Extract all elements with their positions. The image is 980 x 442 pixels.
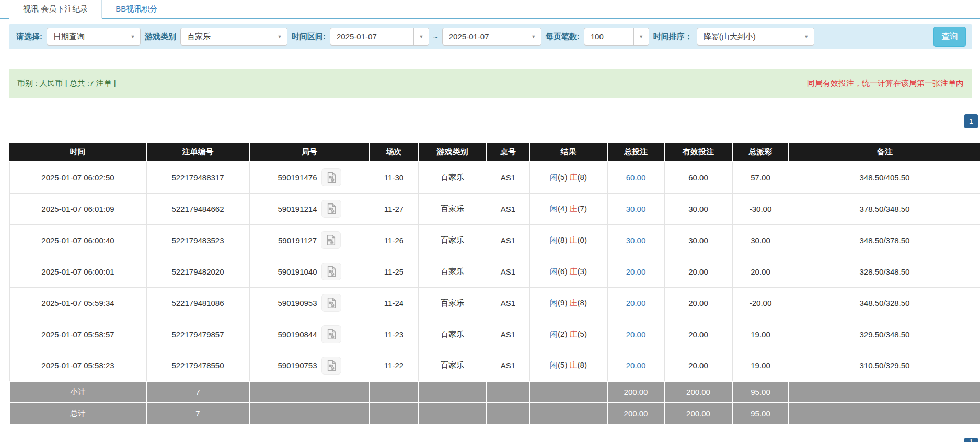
- total-bet-link[interactable]: 20.00: [626, 361, 646, 370]
- cell-game-type: 百家乐: [418, 162, 487, 193]
- time-sort-select[interactable]: 降幂(由大到小) ▼: [697, 28, 814, 46]
- video-replay-button[interactable]: [321, 294, 341, 312]
- cell-table-no: AS1: [487, 287, 529, 319]
- video-replay-button[interactable]: [321, 325, 341, 343]
- cell-game-type: 百家乐: [418, 256, 487, 287]
- time-sort-value: 降幂(由大到小): [697, 28, 799, 45]
- date-to-value: 2025-01-07: [443, 28, 526, 45]
- chevron-down-icon: ▼: [413, 28, 429, 45]
- total-bet-link[interactable]: 30.00: [626, 205, 646, 213]
- video-replay-icon: [326, 360, 337, 371]
- query-type-value: 日期查询: [47, 28, 125, 45]
- video-replay-icon: [326, 203, 337, 214]
- query-type-select[interactable]: 日期查询 ▼: [47, 28, 141, 46]
- video-replay-button[interactable]: [321, 357, 341, 375]
- cell-game-type: 百家乐: [418, 224, 487, 256]
- cell-session: 11-25: [370, 256, 418, 287]
- cell-time: 2025-01-07 06:01:09: [9, 193, 146, 224]
- subtotal-row-cell-6: [529, 381, 607, 403]
- cell-result: 闲(6) 庄(3): [529, 256, 607, 287]
- date-from-select[interactable]: 2025-01-07 ▼: [330, 28, 429, 46]
- total-bet-link[interactable]: 20.00: [626, 267, 646, 276]
- cell-payout: -20.00: [732, 287, 789, 319]
- pagination-page-1-bottom[interactable]: 1: [964, 438, 978, 442]
- cell-valid-bet: 20.00: [664, 350, 732, 381]
- cell-valid-bet: 30.00: [664, 193, 732, 224]
- total-row-cell-8: 200.00: [664, 403, 732, 424]
- subtotal-row-cell-5: [487, 381, 529, 403]
- time-range-label: 时间区间:: [292, 32, 326, 42]
- table-row: 2025-01-07 06:01:09522179484662590191214…: [9, 193, 980, 224]
- video-replay-icon: [326, 328, 337, 340]
- total-bet-link[interactable]: 20.00: [626, 330, 646, 339]
- cell-session: 11-24: [370, 287, 418, 319]
- total-row-cell-4: [418, 403, 487, 424]
- total-row-cell-10: [789, 403, 980, 424]
- total-bet-link[interactable]: 20.00: [626, 299, 646, 308]
- cell-round-id: 590190753: [249, 350, 370, 381]
- cell-remark: 378.50/348.50: [789, 193, 980, 224]
- date-to-select[interactable]: 2025-01-07 ▼: [442, 28, 541, 46]
- cell-total-bet-link[interactable]: 30.00: [607, 224, 664, 256]
- video-replay-button[interactable]: [321, 231, 341, 249]
- betting-records-page: 视讯 会员下注纪录 BB视讯积分 请选择: 日期查询 ▼ 游戏类别 百家乐 ▼ …: [0, 0, 980, 442]
- cell-bet-id: 522179481086: [146, 287, 249, 319]
- per-page-select[interactable]: 100 ▼: [584, 28, 649, 46]
- round-id-text: 590191214: [278, 205, 317, 213]
- cell-round-id: 590191040: [249, 256, 370, 287]
- date-from-value: 2025-01-07: [330, 28, 413, 45]
- table-row: 2025-01-07 05:58:23522179478550590190753…: [9, 350, 980, 381]
- total-row-cell-0: 总计: [9, 403, 146, 424]
- chevron-down-icon: ▼: [799, 28, 814, 45]
- pagination-page-1[interactable]: 1: [964, 114, 978, 128]
- cell-game-type: 百家乐: [418, 350, 487, 381]
- per-page-label: 每页笔数:: [546, 32, 580, 42]
- query-button[interactable]: 查询: [933, 27, 966, 47]
- tab-bb-video-points[interactable]: BB视讯积分: [102, 0, 171, 18]
- table-row: 2025-01-07 05:59:34522179481086590190953…: [9, 287, 980, 319]
- video-replay-button[interactable]: [321, 263, 341, 280]
- chevron-down-icon: ▼: [526, 28, 541, 45]
- cell-payout: 30.00: [732, 224, 789, 256]
- table-row: 2025-01-07 06:00:40522179483523590191127…: [9, 224, 980, 256]
- cell-round-id: 590191127: [249, 224, 370, 256]
- cell-remark: 348.50/328.50: [789, 287, 980, 319]
- column-header-8: 有效投注: [664, 143, 732, 162]
- cell-total-bet-link[interactable]: 60.00: [607, 162, 664, 193]
- cell-session: 11-23: [370, 319, 418, 350]
- cell-table-no: AS1: [487, 350, 529, 381]
- total-row-cell-6: [529, 403, 607, 424]
- cell-total-bet-link[interactable]: 20.00: [607, 256, 664, 287]
- cell-time: 2025-01-07 06:00:01: [9, 256, 146, 287]
- total-bet-link[interactable]: 30.00: [626, 236, 646, 245]
- cell-table-no: AS1: [487, 319, 529, 350]
- game-type-select[interactable]: 百家乐 ▼: [180, 28, 287, 46]
- subtotal-row-cell-0: 小计: [9, 381, 146, 403]
- column-header-3: 场次: [370, 143, 418, 162]
- video-replay-button[interactable]: [321, 168, 341, 186]
- cell-total-bet-link[interactable]: 20.00: [607, 350, 664, 381]
- round-id-text: 590191040: [278, 267, 317, 276]
- cell-time: 2025-01-07 05:58:57: [9, 319, 146, 350]
- chevron-down-icon: ▼: [633, 28, 649, 45]
- summary-bar: 币别 : 人民币 | 总共 :7 注单 | 同局有效投注，统一计算在该局第一张注…: [9, 69, 972, 98]
- cell-bet-id: 522179488317: [146, 162, 249, 193]
- column-header-6: 结果: [529, 143, 607, 162]
- cell-payout: -30.00: [732, 193, 789, 224]
- total-bet-link[interactable]: 60.00: [626, 173, 646, 182]
- cell-total-bet-link[interactable]: 20.00: [607, 319, 664, 350]
- subtotal-row-cell-10: [789, 381, 980, 403]
- column-header-10: 备注: [789, 143, 980, 162]
- cell-payout: 57.00: [732, 162, 789, 193]
- cell-total-bet-link[interactable]: 30.00: [607, 193, 664, 224]
- currency-total-text: 币别 : 人民币 | 总共 :7 注单 |: [17, 78, 116, 88]
- cell-valid-bet: 20.00: [664, 319, 732, 350]
- cell-session: 11-26: [370, 224, 418, 256]
- subtotal-row-cell-3: [370, 381, 418, 403]
- video-replay-button[interactable]: [321, 200, 341, 218]
- cell-result: 闲(5) 庄(8): [529, 350, 607, 381]
- cell-total-bet-link[interactable]: 20.00: [607, 287, 664, 319]
- cell-round-id: 590190844: [249, 319, 370, 350]
- tab-video-bet-records[interactable]: 视讯 会员下注纪录: [9, 0, 102, 19]
- cell-table-no: AS1: [487, 162, 529, 193]
